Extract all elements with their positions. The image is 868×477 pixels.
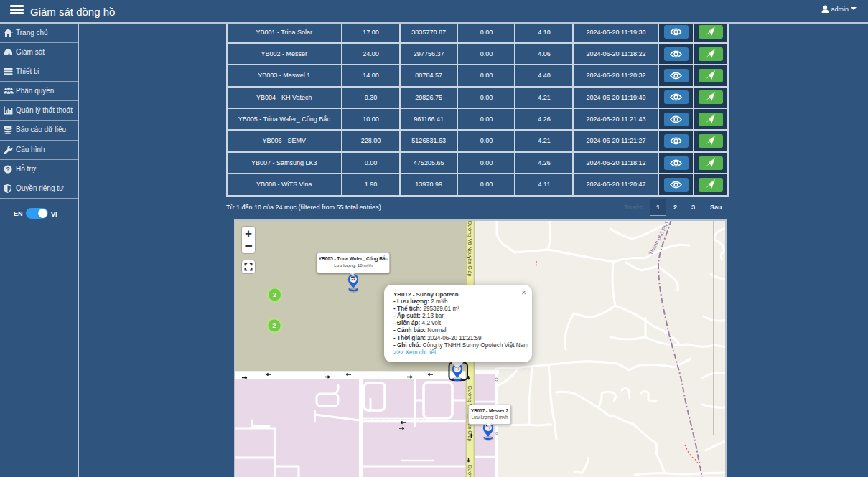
svg-text:2: 2 — [272, 322, 276, 329]
svg-text:Đường Võ Nguyên Giáp: Đường Võ Nguyên Giáp — [467, 221, 473, 276]
svg-text:2: 2 — [273, 291, 276, 298]
svg-text:Đường Võ Nguyên Giáp: Đường Võ Nguyên Giáp — [467, 465, 473, 477]
svg-text:?: ? — [6, 166, 9, 173]
